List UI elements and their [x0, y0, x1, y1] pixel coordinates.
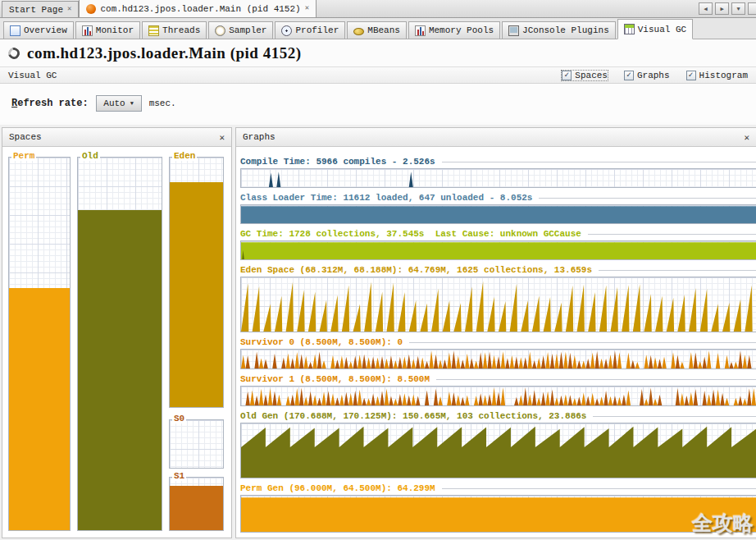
spaces-content: Perm Old Eden S0 [2, 147, 231, 538]
tab-application[interactable]: com.hd123.jpos.loader.Main (pid 4152) ✕ [79, 0, 317, 17]
eden-space-chart [240, 277, 756, 332]
tab-label: com.hd123.jpos.loader.Main (pid 4152) [100, 4, 300, 14]
survivor0-label: Survivor 0 (8.500M, 8.500M): 0 [240, 337, 409, 347]
refresh-unit: msec. [149, 98, 176, 108]
old-gen-chart [240, 423, 756, 478]
survivor1-label: Survivor 1 (8.500M, 8.500M): 8.500M [240, 374, 436, 384]
gc-time-graph: GC Time: 1728 collections, 37.545s Last … [240, 229, 756, 260]
close-icon[interactable]: ✕ [744, 132, 749, 143]
compile-time-graph: Compile Time: 5966 compiles - 2.526s [240, 157, 756, 188]
perm-fill [9, 288, 70, 530]
tab-label: Threads [162, 25, 200, 35]
monitor-chart-icon [82, 25, 93, 36]
s0-label: S0 [172, 414, 186, 423]
spaces-panel: Spaces ✕ Perm Old [2, 127, 232, 538]
page-title: com.hd123.jpos.loader.Main (pid 4152) [27, 44, 302, 62]
eden-label: Eden [172, 151, 197, 161]
survivor1-chart [240, 386, 756, 406]
old-space-bar: Old [77, 157, 162, 531]
checkbox-label: Graphs [637, 71, 670, 80]
watermark: 全攻略 [692, 510, 754, 537]
chevron-down-icon: ▼ [130, 100, 134, 107]
view-tabbar: Overview Monitor Threads Sampler Profile… [0, 18, 756, 39]
class-loader-graph: Class Loader Time: 11612 loaded, 647 unl… [240, 193, 756, 224]
profiler-clock-icon [281, 25, 292, 36]
document-tabbar: Start Page ✕ com.hd123.jpos.loader.Main … [0, 0, 756, 18]
tab-label: Memory Pools [429, 25, 494, 35]
main-area: Spaces ✕ Perm Old [0, 125, 756, 540]
old-gen-label: Old Gen (170.688M, 170.125M): 150.665M, … [240, 411, 593, 421]
compile-time-label: Compile Time: 5966 compiles - 2.526s [240, 157, 442, 167]
close-icon[interactable]: ✕ [219, 132, 225, 143]
survivor0-graph: Survivor 0 (8.500M, 8.500M): 0 [240, 337, 756, 369]
tab-memory-pools[interactable]: Memory Pools [408, 21, 500, 39]
class-loader-chart [240, 204, 756, 224]
tab-start-page[interactable]: Start Page ✕ [2, 1, 79, 17]
graphs-content: Compile Time: 5966 compiles - 2.526s Cla… [236, 147, 756, 538]
gc-time-label: GC Time: 1728 collections, 37.545s Last … [240, 229, 588, 239]
tab-profiler[interactable]: Profiler [275, 21, 345, 39]
tab-jconsole-plugins[interactable]: JConsole Plugins [502, 21, 616, 39]
visual-gc-table-icon [624, 24, 635, 34]
tab-label: Monitor [96, 25, 134, 35]
tab-scroll-controls: ◀ ▶ ▼ [699, 2, 756, 17]
eden-space-bar: Eden [169, 157, 224, 408]
memory-pools-chart-icon [415, 25, 426, 36]
close-icon[interactable]: ✕ [305, 5, 309, 12]
application-header: com.hd123.jpos.loader.Main (pid 4152) [0, 39, 756, 66]
checkbox-label: Histogram [699, 71, 748, 80]
overview-icon [10, 25, 20, 36]
perm-gen-graph: Perm Gen (96.000M, 64.500M): 64.299M [240, 483, 756, 533]
tab-threads[interactable]: Threads [142, 21, 207, 39]
s1-fill [170, 486, 223, 530]
perm-gen-chart [240, 495, 756, 533]
tab-overview[interactable]: Overview [3, 21, 74, 39]
visualvm-window: Start Page ✕ com.hd123.jpos.loader.Main … [0, 0, 756, 540]
survivor0-space-bar: S0 [169, 419, 224, 469]
tab-label: Visual GC [638, 25, 686, 34]
dropdown-value: Auto [103, 98, 125, 108]
survivor0-chart [240, 349, 756, 369]
tab-sampler[interactable]: Sampler [208, 21, 273, 39]
checkbox-spaces[interactable]: ✓ Spaces [562, 71, 608, 80]
graphs-panel-header: Graphs ✕ [236, 128, 756, 147]
checkbox-graphs[interactable]: ✓ Graphs [624, 71, 670, 80]
scroll-left-button[interactable]: ◀ [699, 2, 713, 15]
view-checkboxes: ✓ Spaces ✓ Graphs ✓ Histogram [562, 71, 748, 80]
sampler-gauge-icon [215, 25, 225, 36]
eden-space-label: Eden Space (68.312M, 68.188M): 64.769M, … [240, 265, 599, 275]
s1-label: S1 [172, 471, 186, 481]
checkbox-check-icon[interactable]: ✓ [624, 71, 634, 80]
jconsole-monitor-icon [508, 25, 519, 36]
eden-space-graph: Eden Space (68.312M, 68.188M): 64.769M, … [240, 265, 756, 332]
old-label: Old [80, 151, 100, 161]
panel-title: Spaces [9, 132, 42, 142]
tab-visual-gc[interactable]: Visual GC [617, 19, 693, 39]
scroll-right-button[interactable]: ▶ [715, 2, 729, 15]
class-loader-label: Class Loader Time: 11612 loaded, 647 unl… [240, 193, 539, 203]
maximize-button[interactable] [748, 2, 756, 15]
refresh-rate-dropdown[interactable]: Auto ▼ [96, 95, 142, 112]
graphs-panel: Graphs ✕ Compile Time: 5966 compiles - 2… [235, 127, 756, 538]
tab-monitor[interactable]: Monitor [75, 21, 140, 39]
checkbox-check-icon[interactable]: ✓ [686, 71, 696, 80]
tab-label: MBeans [367, 25, 400, 35]
perm-label: Perm [11, 151, 36, 161]
eden-fill [170, 182, 223, 407]
refresh-label-rest: efresh rate: [17, 98, 88, 109]
old-fill [78, 210, 162, 530]
refresh-rate-row: Refresh rate: Auto ▼ msec. [0, 84, 756, 122]
tab-label: Profiler [295, 25, 339, 35]
checkbox-histogram[interactable]: ✓ Histogram [686, 71, 748, 80]
refresh-rate-label: Refresh rate: [11, 98, 89, 109]
tab-list-button[interactable]: ▼ [731, 2, 745, 15]
checkbox-check-icon[interactable]: ✓ [562, 71, 572, 80]
perm-gen-label: Perm Gen (96.000M, 64.500M): 64.299M [240, 483, 442, 493]
tab-label: Overview [24, 25, 67, 35]
close-icon[interactable]: ✕ [67, 6, 71, 13]
tab-label: JConsole Plugins [522, 25, 609, 35]
toolbar-title: Visual GC [8, 71, 57, 80]
checkbox-label: Spaces [575, 71, 608, 80]
application-ring-icon [6, 45, 21, 61]
tab-mbeans[interactable]: MBeans [347, 21, 407, 39]
